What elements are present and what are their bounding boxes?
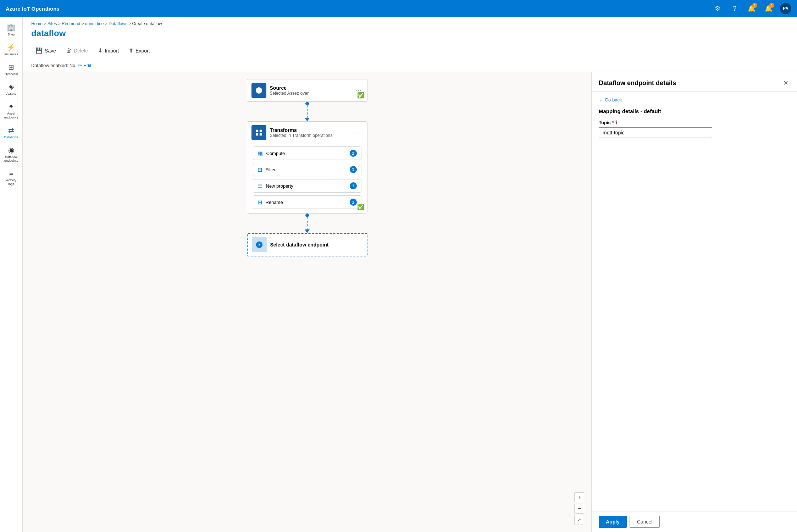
import-button[interactable]: ⬇ Import (94, 45, 123, 56)
toolbar: 💾 Save 🗑 Delete ⬇ Import ⬆ Export (31, 42, 788, 59)
endpoint-node-text: Select dataflow endpoint (270, 242, 329, 248)
transforms-node-text: Transforms Selected: 4 Transform operati… (270, 127, 333, 138)
notification-bell-2[interactable]: 🔔 1 (763, 3, 774, 14)
sidebar-item-instances[interactable]: ⚡ Instances (1, 40, 21, 59)
asset-endpoints-icon: ✦ (8, 102, 14, 111)
go-back-button[interactable]: ← Go back (599, 97, 790, 102)
zoom-in-button[interactable]: + (574, 492, 584, 502)
page-header: Home > Sites > Redmond > donut-line > Da… (23, 17, 797, 59)
save-icon: 💾 (35, 47, 43, 54)
sidebar-item-label: Dataflows (4, 135, 18, 139)
app-title: Azure IoT Operations (6, 6, 709, 12)
edit-label: Edit (83, 63, 91, 68)
rename-label: Rename (266, 200, 346, 205)
bell1-badge: 1 (752, 3, 757, 8)
source-node[interactable]: Source Selected Asset: oven ··· ✅ (247, 79, 367, 102)
sidebar-item-dataflow-endpoints[interactable]: ◉ Dataflow endpoints (1, 143, 21, 166)
breadcrumb-dataflows[interactable]: Dataflows (109, 21, 127, 26)
edit-button[interactable]: ✏ Edit (78, 63, 91, 68)
new-property-badge: 1 (350, 182, 357, 189)
source-node-icon (251, 83, 266, 98)
topic-info-icon[interactable]: ℹ (615, 120, 617, 125)
help-button[interactable]: ? (729, 3, 740, 14)
canvas-area[interactable]: Source Selected Asset: oven ··· ✅ (23, 72, 591, 532)
compute-badge: 1 (350, 150, 357, 157)
activity-logs-icon: ≡ (9, 169, 13, 177)
source-node-header: Source Selected Asset: oven ··· (247, 79, 367, 101)
endpoint-node-title: Select dataflow endpoint (270, 242, 329, 248)
overview-icon: ⊞ (8, 63, 14, 71)
source-node-title: Source (270, 85, 310, 91)
transforms-node-menu[interactable]: ··· (354, 128, 362, 138)
bell2-badge: 1 (769, 3, 774, 8)
transforms-node-icon (251, 125, 266, 140)
transform-operations: ▦ Compute 1 ⊟ Filter 1 ☰ (247, 144, 367, 213)
rename-badge: 1 (350, 199, 357, 206)
topbar-icons: ⚙ ? 🔔 1 🔔 1 PA (712, 3, 791, 14)
connector-2 (305, 214, 310, 233)
sidebar-item-activity-logs[interactable]: ≡ Activity logs (1, 166, 21, 189)
avatar[interactable]: PA (780, 3, 791, 14)
connector-line (307, 105, 308, 118)
connector-arrow-2 (305, 229, 310, 233)
notification-bell-1[interactable]: 🔔 1 (746, 3, 757, 14)
endpoint-node-icon (252, 237, 267, 252)
op-item-filter[interactable]: ⊟ Filter 1 (253, 163, 361, 176)
save-button[interactable]: 💾 Save (31, 45, 60, 56)
breadcrumb-home[interactable]: Home (31, 21, 43, 26)
op-item-new-property[interactable]: ☰ New property 1 (253, 179, 361, 193)
zoom-out-button[interactable]: − (574, 504, 584, 514)
zoom-fit-button[interactable]: ⤢ (574, 515, 584, 525)
source-check-icon: ✅ (357, 92, 364, 99)
topic-field-container: Topic * ℹ (599, 120, 790, 138)
apply-button[interactable]: Apply (599, 516, 627, 528)
rename-icon: ⊞ (258, 199, 262, 206)
sidebar-item-label: Activity logs (3, 178, 20, 186)
panel-footer: Apply Cancel (592, 511, 797, 532)
connector-dot-top (305, 102, 309, 105)
delete-icon: 🗑 (66, 48, 72, 54)
full-content: Dataflow enabled: No ✏ Edit (23, 59, 797, 532)
mapping-title: Mapping details - default (599, 108, 790, 114)
topic-input[interactable] (599, 127, 712, 138)
topic-required: * (612, 120, 614, 125)
panel-header: Dataflow endpoint details ✕ (592, 72, 797, 92)
transforms-check-icon: ✅ (357, 204, 364, 210)
dataflow-status: Dataflow enabled: No (31, 63, 75, 68)
breadcrumb: Home > Sites > Redmond > donut-line > Da… (31, 21, 788, 26)
filter-badge: 1 (350, 166, 357, 173)
endpoint-node[interactable]: Select dataflow endpoint (247, 233, 367, 256)
export-button[interactable]: ⬆ Export (124, 45, 154, 56)
panel-close-button[interactable]: ✕ (782, 78, 790, 88)
import-label: Import (105, 48, 119, 54)
op-item-compute[interactable]: ▦ Compute 1 (253, 146, 361, 160)
connector-line-2 (307, 217, 308, 229)
import-icon: ⬇ (98, 47, 103, 54)
sidebar-item-overview[interactable]: ⊞ Overview (1, 60, 21, 79)
transforms-node-header: Transforms Selected: 4 Transform operati… (247, 122, 367, 144)
panel-title: Dataflow endpoint details (599, 79, 782, 87)
right-panel: Dataflow endpoint details ✕ ← Go back Ma… (591, 72, 797, 532)
transforms-node[interactable]: Transforms Selected: 4 Transform operati… (247, 121, 367, 214)
settings-button[interactable]: ⚙ (712, 3, 723, 14)
topic-label-container: Topic * ℹ (599, 120, 790, 125)
delete-button[interactable]: 🗑 Delete (62, 45, 92, 56)
back-arrow-icon: ← (599, 97, 603, 102)
connector-1 (305, 102, 310, 121)
topic-label: Topic (599, 120, 611, 125)
sidebar-item-assets[interactable]: ◈ Assets (1, 79, 21, 99)
breadcrumb-sites[interactable]: Sites (48, 21, 57, 26)
breadcrumb-redmond[interactable]: Redmond (62, 21, 80, 26)
new-property-label: New property (266, 183, 346, 189)
op-item-rename[interactable]: ⊞ Rename 1 (253, 195, 361, 209)
sidebar-item-asset-endpoints[interactable]: ✦ Asset endpoints (1, 99, 21, 122)
sidebar-item-sites[interactable]: 🏢 Sites (1, 20, 21, 39)
svg-rect-3 (256, 133, 258, 135)
content-area: Home > Sites > Redmond > donut-line > Da… (23, 17, 797, 532)
status-bar: Dataflow enabled: No ✏ Edit (23, 59, 797, 72)
compute-icon: ▦ (258, 150, 263, 157)
breadcrumb-donut-line[interactable]: donut-line (85, 21, 104, 26)
sidebar-item-dataflows[interactable]: ⇄ Dataflows (1, 123, 21, 142)
delete-label: Delete (74, 48, 88, 54)
cancel-button[interactable]: Cancel (630, 516, 660, 528)
